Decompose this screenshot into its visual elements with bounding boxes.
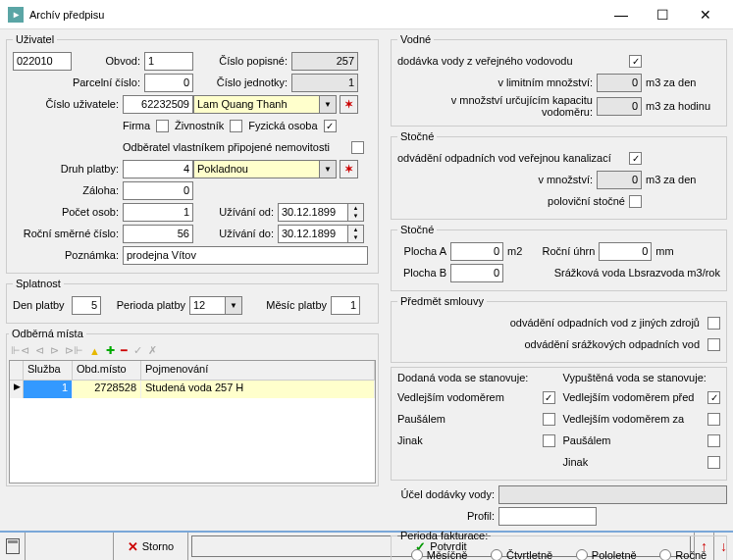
nav-last-icon[interactable]: ⊳⊩ — [65, 344, 83, 357]
vodne-check1[interactable] — [629, 55, 642, 68]
nav-first-icon[interactable]: ⊩⊲ — [11, 344, 29, 357]
vodne-l2: v limitním množství: — [397, 76, 597, 88]
predmet-check1[interactable] — [707, 317, 720, 330]
pozn-field[interactable] — [123, 246, 368, 265]
uzod-field[interactable]: ▲▼ — [278, 203, 364, 222]
stocne1-check1[interactable] — [629, 152, 642, 165]
predmet-l1: odvádění odpadních vod z jiných zdrojů — [397, 317, 700, 329]
vodne-v3[interactable] — [597, 97, 642, 116]
profil-field[interactable] — [498, 507, 597, 526]
app-icon: ▸ — [8, 7, 24, 23]
vodne-v2[interactable] — [597, 74, 642, 92]
minimize-button[interactable]: — — [602, 1, 641, 28]
predmet-check2[interactable] — [707, 338, 720, 351]
ucel-field[interactable] — [498, 485, 727, 504]
radio-ctvrtletne[interactable]: Čtvrtletně — [491, 549, 552, 560]
cancel-icon[interactable]: ✗ — [148, 344, 157, 357]
vyp-paus-check[interactable] — [707, 434, 720, 447]
cu-field[interactable] — [123, 95, 193, 114]
splatnost-group: Splatnost Den platby Perioda platby 12▼ … — [6, 278, 379, 324]
user-group: Uživatel Obvod: 1 Číslo popisné: Parceln… — [6, 33, 379, 274]
smerne-field[interactable] — [123, 225, 193, 243]
perioda-label: Perioda platby — [101, 299, 189, 311]
stocne1-l3: poloviční stočné — [397, 195, 629, 207]
storno-button[interactable]: ✕Storno — [114, 533, 188, 560]
parc-label: Parcelní číslo: — [13, 76, 144, 88]
edit-icon[interactable]: ▲ — [89, 345, 100, 357]
grid-toolbar: ⊩⊲ ⊲ ⊳ ⊳⊩ ▲ ✚ ━ ✓ ✗ — [9, 341, 376, 360]
cu-label: Číslo uživatele: — [13, 98, 123, 110]
cu-name[interactable]: Lam Quang Thanh — [197, 98, 288, 110]
cu-add-button[interactable]: ✶ — [340, 95, 358, 114]
nav-next-icon[interactable]: ⊳ — [50, 344, 59, 357]
mesic-field[interactable] — [331, 296, 360, 315]
uzdo-field[interactable]: ▲▼ — [278, 225, 364, 243]
vypustena-label: Vypuštěná voda se stanovuje: — [563, 372, 721, 383]
col-obd[interactable]: Obd.místo — [73, 361, 141, 380]
stocne1-check3[interactable] — [629, 195, 642, 208]
user-legend: Uživatel — [13, 33, 57, 45]
radio-rocne[interactable]: Ročně — [659, 549, 707, 560]
splatnost-legend: Splatnost — [13, 278, 64, 289]
add-icon[interactable]: ✚ — [106, 344, 115, 357]
zivnost-check[interactable] — [230, 120, 242, 132]
plochaA-field[interactable] — [450, 242, 503, 261]
calculator-button[interactable] — [0, 533, 26, 560]
close-button[interactable]: ✕ — [686, 1, 725, 28]
dropdown-icon[interactable]: ▼ — [319, 96, 336, 113]
pocet-field[interactable] — [123, 203, 193, 222]
zaloha-field[interactable] — [123, 181, 193, 200]
odberna-grid[interactable]: Služba Obd.místo Pojmenování ▶ 1 2728528… — [9, 360, 376, 484]
srazkova-label: Srážková voda Lbsrazvoda m3/rok — [503, 267, 720, 279]
druh-field[interactable] — [123, 160, 193, 178]
dropdown-icon[interactable]: ▼ — [319, 161, 336, 178]
den-label: Den platby — [13, 299, 72, 311]
dod-paus-check[interactable] — [543, 413, 555, 426]
titlebar: ▸ Archív předpisu — ☐ ✕ — [0, 0, 733, 29]
stocne2-group: Stočné Plocha A m2 Roční úhrn mm Plocha … — [391, 224, 727, 291]
cp-field[interactable] — [291, 52, 358, 71]
den-field[interactable] — [72, 296, 101, 315]
smerne-label: Roční směrné číslo: — [13, 228, 123, 239]
vodne-l1: dodávka vody z veřejného vodovodu — [397, 55, 629, 67]
maximize-button[interactable]: ☐ — [644, 1, 683, 28]
fyz-check[interactable] — [324, 120, 337, 132]
rocni-field[interactable] — [599, 242, 652, 261]
vyp-za-check[interactable] — [707, 413, 720, 426]
parc-field[interactable] — [144, 74, 193, 92]
stocne1-v2[interactable] — [597, 171, 642, 189]
obvod-value[interactable]: 1 — [148, 55, 154, 67]
vyp-pred-check[interactable] — [707, 391, 720, 404]
dod-jinak-check[interactable] — [543, 434, 555, 447]
user-code[interactable] — [13, 52, 72, 71]
radio-mesicne[interactable]: Měsíčně — [411, 549, 468, 560]
fakturace-legend: Perioda fakturace: — [397, 530, 491, 541]
odberna-group: Odběrná místa ⊩⊲ ⊲ ⊳ ⊳⊩ ▲ ✚ ━ ✓ ✗ Služba… — [6, 328, 379, 486]
firma-check[interactable] — [156, 120, 169, 132]
dod-vedl-check[interactable] — [543, 391, 555, 404]
dropdown-icon[interactable]: ▼ — [225, 297, 241, 314]
druh-add-button[interactable]: ✶ — [340, 160, 358, 178]
cj-field[interactable] — [291, 74, 358, 92]
radio-pololetne[interactable]: Pololetně — [576, 549, 637, 560]
col-sluzba[interactable]: Služba — [24, 361, 73, 380]
col-pojm[interactable]: Pojmenování — [141, 361, 375, 380]
delete-icon[interactable]: ━ — [121, 344, 128, 357]
nav-prev-icon[interactable]: ⊲ — [35, 344, 44, 357]
druh-name[interactable]: Pokladnou — [197, 163, 248, 175]
stocne1-l2: v množství: — [397, 174, 597, 185]
stocne1-l1: odvádění odpadních vod veřejnou kanaliza… — [397, 152, 629, 164]
zivnost-label: Živnostník — [175, 120, 224, 131]
odberatel-check[interactable] — [351, 141, 364, 154]
confirm-icon[interactable]: ✓ — [133, 344, 142, 357]
vodne-l3: v množství určujícím kapacitu vodoměru: — [397, 94, 597, 118]
predmet-l2: odvádění srážkových odpadních vod — [397, 338, 700, 350]
cp-label: Číslo popisné: — [193, 55, 291, 67]
predmet-legend: Předmět smlouvy — [397, 295, 487, 307]
obvod-label: Obvod: — [72, 55, 144, 67]
plochaB-field[interactable] — [450, 264, 503, 282]
profil-label: Profil: — [391, 510, 498, 522]
vyp-jinak-check[interactable] — [707, 456, 720, 469]
perioda-field[interactable]: 12 — [193, 299, 205, 311]
table-row[interactable]: ▶ 1 2728528 Studená voda 257 H — [10, 381, 375, 398]
